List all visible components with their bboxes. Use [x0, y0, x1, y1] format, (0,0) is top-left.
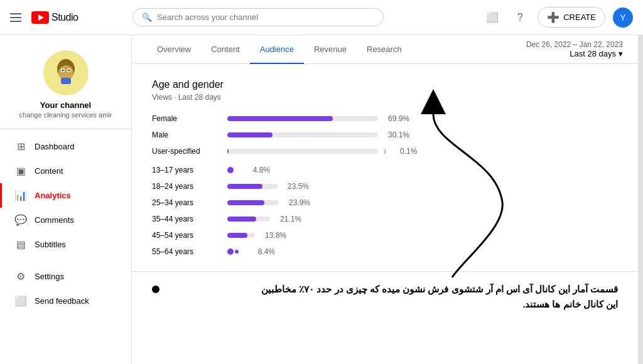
bar-row-18-24: 18–24 years 23.5%	[152, 182, 618, 191]
age-gender-section: Age and gender Views · Last 28 days Fema…	[132, 64, 638, 271]
gender-chart: Female 69.9% Male 30.1%	[152, 114, 618, 156]
date-range: Dec 26, 2022 – Jan 22, 2023 Last 28 days…	[526, 35, 623, 63]
bar-pct-13-17: 4.8%	[245, 166, 270, 174]
sidebar: Your channel change cleaning services am…	[0, 35, 132, 364]
bar-fill-35-44	[227, 217, 256, 222]
bar-pct-55-64: 8.4%	[250, 247, 275, 256]
channel-section: Your channel change cleaning services am…	[0, 43, 131, 129]
bar-row-user: User-specified i 0.1%	[152, 147, 618, 156]
channel-name: Your channel	[40, 100, 91, 110]
bottom-text-line2: این کانال خانم ها هستند.	[166, 297, 618, 312]
bottom-text-content: قسمت آمار این کانال آی اس ام آر شتشوی فر…	[166, 282, 618, 312]
bar-pct-18-24: 23.5%	[284, 182, 309, 191]
bar-pct-male: 30.1%	[384, 131, 409, 139]
search-icon: 🔍	[142, 13, 152, 22]
studio-label: Studio	[51, 12, 78, 23]
layout: Your channel change cleaning services am…	[0, 35, 643, 364]
sidebar-label-analytics: Analytics	[35, 191, 71, 200]
bar-row-female: Female 69.9%	[152, 114, 618, 123]
youtube-icon	[31, 11, 49, 24]
scrollbar[interactable]	[638, 35, 643, 364]
bar-fill-45-54	[227, 233, 247, 238]
tabs-bar: Overview Content Audience Revenue Resear…	[132, 35, 638, 64]
bar-fill-user	[227, 149, 229, 154]
bottom-text-line1: قسمت آمار این کانال آی اس ام آر شتشوی فر…	[166, 282, 618, 297]
sidebar-label-settings: Settings	[35, 272, 64, 281]
bar-pct-35-44: 21.1%	[276, 215, 301, 223]
help-icon[interactable]: ?	[510, 8, 530, 28]
bar-label-25-34: 25–34 years	[152, 198, 221, 207]
bar-track-user	[227, 149, 378, 154]
sidebar-item-comments[interactable]: 💬 Comments	[0, 208, 131, 232]
header: Studio 🔍 ⬜ ? ➕ CREATE Y	[0, 0, 643, 35]
bar-pct-user: 0.1%	[392, 147, 417, 156]
bar-row-55-64: 55–64 years 8.4%	[152, 247, 618, 256]
bar-fill-male	[227, 132, 273, 137]
search-bar[interactable]: 🔍	[132, 8, 384, 26]
logo: Studio	[31, 11, 78, 24]
search-input[interactable]	[157, 13, 374, 22]
tab-audience[interactable]: Audience	[250, 36, 304, 64]
avatar[interactable]: Y	[613, 8, 633, 28]
bar-track-male	[227, 132, 378, 137]
tab-revenue[interactable]: Revenue	[304, 36, 357, 64]
create-label: CREATE	[563, 13, 596, 22]
bar-row-45-54: 45–54 years 13.8%	[152, 231, 618, 240]
sidebar-label-subtitles: Subtitles	[35, 240, 66, 249]
bar-fill-18-24	[227, 184, 262, 189]
bar-pct-25-34: 23.9%	[285, 198, 310, 207]
bar-info-user: i	[384, 147, 386, 155]
age-chart: 13–17 years 4.8% 18–24 years 23.5%	[152, 166, 618, 256]
bar-track-female	[227, 116, 378, 121]
sidebar-item-subtitles[interactable]: ▤ Subtitles	[0, 232, 131, 257]
bar-row-13-17: 13–17 years 4.8%	[152, 166, 618, 174]
sidebar-item-feedback[interactable]: ⬜ Send feedback	[0, 289, 131, 313]
plus-icon: ➕	[547, 11, 559, 23]
subtitles-icon[interactable]: ⬜	[482, 8, 502, 28]
channel-avatar	[43, 50, 89, 95]
analytics-icon: 📊	[14, 190, 27, 201]
bottom-annotation: قسمت آمار این کانال آی اس ام آر شتشوی فر…	[132, 271, 638, 322]
content-icon: ▣	[14, 165, 27, 177]
bar-label-35-44: 35–44 years	[152, 215, 221, 223]
chevron-down-icon: ▾	[619, 49, 623, 58]
bar-track-45-54	[227, 233, 255, 238]
sidebar-label-comments: Comments	[35, 215, 74, 225]
tab-overview[interactable]: Overview	[147, 36, 201, 64]
chart-subtitle: Views · Last 28 days	[152, 93, 618, 102]
bar-track-35-44	[227, 217, 270, 222]
sidebar-label-feedback: Send feedback	[35, 296, 89, 306]
sidebar-item-settings[interactable]: ⚙ Settings	[0, 264, 131, 289]
tab-content[interactable]: Content	[201, 36, 250, 64]
bar-track-25-34	[227, 200, 279, 205]
tab-research[interactable]: Research	[357, 36, 412, 64]
chart-container: Age and gender Views · Last 28 days Fema…	[132, 64, 638, 271]
feedback-icon: ⬜	[14, 295, 27, 307]
bar-label-female: Female	[152, 114, 221, 123]
svg-point-9	[68, 70, 70, 72]
bar-row-25-34: 25–34 years 23.9%	[152, 198, 618, 207]
menu-button[interactable]	[10, 13, 21, 22]
bar-label-male: Male	[152, 131, 221, 139]
sidebar-item-content[interactable]: ▣ Content	[0, 159, 131, 183]
sidebar-label-dashboard: Dashboard	[35, 142, 75, 151]
create-button[interactable]: ➕ CREATE	[538, 7, 605, 28]
comments-icon: 💬	[14, 214, 27, 226]
sidebar-item-dashboard[interactable]: ⊞ Dashboard	[0, 134, 131, 159]
bar-dot-13-17	[227, 167, 234, 173]
sidebar-item-analytics[interactable]: 📊 Analytics	[0, 183, 131, 208]
bar-label-55-64: 55–64 years	[152, 247, 221, 256]
channel-subtitle: change cleaning services amir	[19, 111, 112, 119]
main-content: Overview Content Audience Revenue Resear…	[132, 35, 638, 364]
subtitles-nav-icon: ▤	[14, 238, 27, 250]
dashboard-icon: ⊞	[14, 141, 27, 153]
bar-row-35-44: 35–44 years 21.1%	[152, 215, 618, 223]
bar-label-user: User-specified	[152, 147, 221, 156]
bar-dot-55-64	[227, 249, 234, 255]
bar-track-18-24	[227, 184, 278, 189]
bar-label-13-17: 13–17 years	[152, 166, 221, 174]
bar-pct-female: 69.9%	[384, 114, 409, 123]
svg-point-8	[62, 70, 63, 72]
bar-label-45-54: 45–54 years	[152, 231, 221, 240]
date-range-period[interactable]: Last 28 days ▾	[570, 49, 623, 58]
